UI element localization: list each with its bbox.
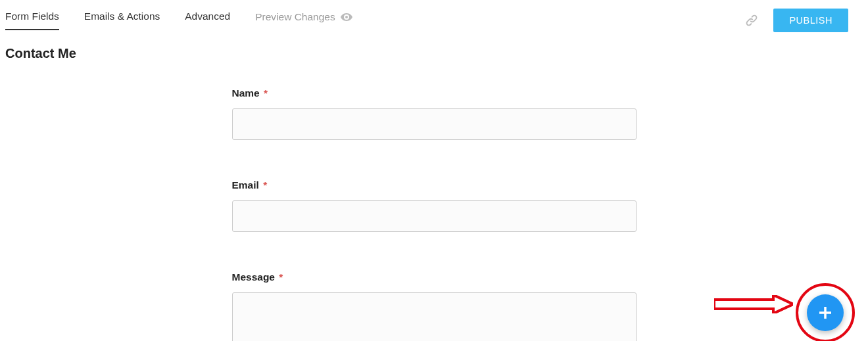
tab-preview-changes[interactable]: Preview Changes <box>255 11 352 30</box>
message-label: Message * <box>232 271 637 283</box>
svg-marker-6 <box>773 295 793 313</box>
plus-icon <box>818 306 832 320</box>
annotation-arrow <box>714 295 793 316</box>
form-title: Contact Me <box>5 46 868 61</box>
field-name: Name * <box>232 87 637 140</box>
field-message: Message * <box>232 271 637 341</box>
tab-advanced[interactable]: Advanced <box>185 11 230 30</box>
tabs: Form Fields Emails & Actions Advanced Pr… <box>5 11 352 30</box>
field-email: Email * <box>232 179 637 232</box>
name-required-star: * <box>264 87 268 99</box>
email-label: Email * <box>232 179 637 191</box>
email-required-star: * <box>263 179 267 191</box>
message-label-text: Message <box>232 271 275 283</box>
svg-rect-9 <box>771 301 775 307</box>
tab-emails-actions[interactable]: Emails & Actions <box>84 11 160 30</box>
form-area: Name * Email * Message * <box>232 87 637 341</box>
svg-rect-3 <box>714 300 773 309</box>
svg-marker-4 <box>773 295 793 313</box>
name-label: Name * <box>232 87 637 99</box>
message-input[interactable] <box>232 292 637 341</box>
top-bar: Form Fields Emails & Actions Advanced Pr… <box>0 0 868 32</box>
svg-rect-7 <box>715 301 772 307</box>
name-input[interactable] <box>232 108 637 140</box>
publish-button[interactable]: PUBLISH <box>773 9 848 32</box>
svg-point-0 <box>345 16 348 18</box>
email-input[interactable] <box>232 200 637 232</box>
message-required-star: * <box>279 271 283 283</box>
link-icon[interactable] <box>744 13 759 28</box>
svg-rect-8 <box>714 300 772 309</box>
svg-rect-2 <box>819 311 831 314</box>
name-label-text: Name <box>232 87 260 99</box>
tab-form-fields[interactable]: Form Fields <box>5 11 59 30</box>
eye-icon <box>341 13 352 21</box>
email-label-text: Email <box>232 179 259 191</box>
tab-preview-label: Preview Changes <box>255 11 335 23</box>
add-field-button[interactable] <box>807 294 844 331</box>
svg-marker-5 <box>773 295 793 313</box>
